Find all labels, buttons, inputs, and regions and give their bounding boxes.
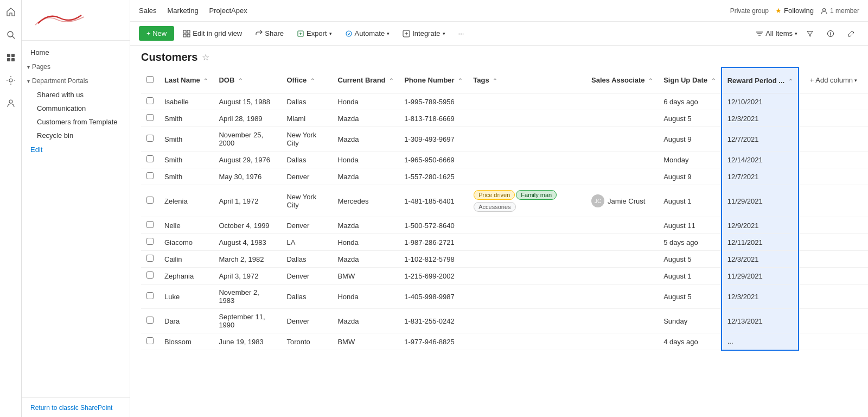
cell-phone-number: 1-500-572-8640 [399, 217, 468, 234]
settings-rail-icon[interactable] [4, 74, 17, 87]
row-checkbox[interactable] [146, 172, 154, 179]
all-items-button[interactable]: All Items ▾ [756, 29, 797, 37]
sign-up-date-sort-icon: ⌃ [711, 78, 716, 84]
select-all-checkbox[interactable] [146, 76, 154, 83]
pencil-icon [847, 30, 855, 37]
automate-button[interactable]: Automate ▾ [341, 27, 394, 40]
pages-label: Pages [32, 63, 50, 71]
select-all-checkbox-header[interactable] [141, 67, 159, 93]
cell-office: New York City [281, 185, 332, 217]
table-row: DaraSeptember 11, 1990DenverMazda1-831-2… [141, 309, 868, 333]
tags-sort-icon: ⌃ [493, 78, 497, 84]
sales-associate-cell: JCJamie Crust [591, 194, 653, 207]
integrate-button[interactable]: Integrate ▾ [398, 27, 449, 40]
cell-last-name: Isabelle [159, 93, 213, 110]
customers-template-label: Customers from Template [37, 118, 118, 126]
cell-office: Denver [281, 217, 332, 234]
col-header-phone-number[interactable]: Phone Number ⌃ [399, 67, 468, 93]
sidebar-customers-template[interactable]: Customers from Template [22, 115, 130, 129]
row-checkbox[interactable] [146, 97, 154, 104]
shared-with-us-label: Shared with us [37, 91, 84, 99]
cell-last-name: Smith [159, 127, 213, 151]
col-header-sign-up-date[interactable]: Sign Up Date ⌃ [658, 67, 722, 93]
cell-dob: June 19, 1983 [213, 333, 281, 350]
sidebar-recycle-bin[interactable]: Recycle bin [22, 129, 130, 142]
filter-button[interactable] [802, 28, 818, 40]
cell-current-brand: Mazda [332, 217, 399, 234]
row-checkbox[interactable] [146, 114, 154, 121]
main-content: Sales Marketing ProjectApex Private grou… [130, 0, 868, 417]
row-checkbox[interactable] [146, 271, 154, 279]
cell-phone-number: 1-965-950-6669 [399, 151, 468, 168]
return-classic-link[interactable]: Return to classic SharePoint [30, 404, 112, 412]
cell-office: Toronto [281, 333, 332, 350]
new-button[interactable]: + New [139, 26, 174, 41]
sign-up-date-header-label: Sign Up Date [663, 76, 707, 84]
cell-reward-period: 11/29/2021 [722, 268, 799, 285]
apps-rail-icon[interactable] [4, 51, 17, 64]
cell-tags [468, 285, 586, 309]
cell-sign-up-date: August 9 [658, 127, 722, 151]
home-rail-icon[interactable] [4, 5, 17, 18]
sidebar-communication[interactable]: Communication [22, 102, 130, 115]
cell-last-name: Nelle [159, 217, 213, 234]
edit-label: Edit [30, 146, 42, 154]
col-header-last-name[interactable]: Last Name ⌃ [159, 67, 213, 93]
add-column-button[interactable]: + Add column ▾ [805, 72, 863, 89]
sidebar-home[interactable]: Home [22, 45, 130, 60]
cell-dob: August 4, 1983 [213, 234, 281, 251]
row-checkbox[interactable] [146, 221, 154, 228]
export-button[interactable]: Export ▾ [292, 27, 336, 40]
row-checkbox[interactable] [146, 155, 154, 162]
sidebar-shared-with-us[interactable]: Shared with us [22, 88, 130, 102]
more-button[interactable]: ··· [454, 27, 469, 40]
all-items-label: All Items [765, 29, 793, 37]
cell-sales-associate [586, 127, 658, 151]
col-header-dob[interactable]: DOB ⌃ [213, 67, 281, 93]
cell-add-column [799, 268, 868, 285]
cell-tags [468, 127, 586, 151]
col-header-reward-period[interactable]: Reward Period ... ⌃ [722, 67, 799, 93]
col-header-tags[interactable]: Tags ⌃ [468, 67, 586, 93]
sidebar-edit[interactable]: Edit [22, 142, 130, 157]
nav-marketing[interactable]: Marketing [168, 5, 199, 16]
cell-sign-up-date: 5 days ago [658, 234, 722, 251]
cell-reward-period: 12/3/2021 [722, 110, 799, 127]
sidebar-dept-portals-header[interactable]: ▾ Department Portals [22, 74, 130, 88]
pages-chevron-icon: ▾ [27, 64, 30, 70]
nav-projectapex[interactable]: ProjectApex [209, 5, 247, 16]
row-checkbox[interactable] [146, 238, 154, 245]
row-checkbox[interactable] [146, 197, 154, 204]
current-brand-header-label: Current Brand [337, 76, 385, 84]
row-checkbox[interactable] [146, 292, 154, 299]
edit-grid-button[interactable]: Edit in grid view [178, 27, 246, 40]
share-button[interactable]: Share [251, 27, 288, 40]
row-checkbox[interactable] [146, 135, 154, 142]
info-button[interactable] [822, 28, 839, 40]
edit-button[interactable] [843, 28, 859, 40]
cell-sales-associate [586, 333, 658, 350]
cell-dob: November 2, 1983 [213, 285, 281, 309]
cell-last-name: Smith [159, 168, 213, 185]
nav-sales[interactable]: Sales [139, 5, 157, 16]
col-header-sales-associate[interactable]: Sales Associate ⌃ [586, 67, 658, 93]
row-checkbox[interactable] [146, 255, 154, 262]
people-rail-icon[interactable] [4, 97, 17, 110]
table-row: ZeleniaApril 1, 1972New York CityMercede… [141, 185, 868, 217]
cell-sign-up-date: August 1 [658, 268, 722, 285]
cell-sales-associate [586, 309, 658, 333]
cell-phone-number: 1-309-493-9697 [399, 127, 468, 151]
sidebar-pages-header[interactable]: ▾ Pages [22, 60, 130, 74]
favorite-icon[interactable]: ☆ [202, 52, 209, 62]
col-header-current-brand[interactable]: Current Brand ⌃ [332, 67, 399, 93]
row-checkbox[interactable] [146, 317, 154, 324]
cell-tags [468, 217, 586, 234]
search-rail-icon[interactable] [4, 28, 17, 41]
col-header-office[interactable]: Office ⌃ [281, 67, 332, 93]
row-checkbox[interactable] [146, 337, 154, 344]
cell-current-brand: Mercedes [332, 185, 399, 217]
cell-reward-period: 11/29/2021 [722, 185, 799, 217]
col-header-add-column[interactable]: + Add column ▾ [799, 67, 868, 93]
cell-tags [468, 268, 586, 285]
following-button[interactable]: ★ Following [775, 7, 814, 15]
